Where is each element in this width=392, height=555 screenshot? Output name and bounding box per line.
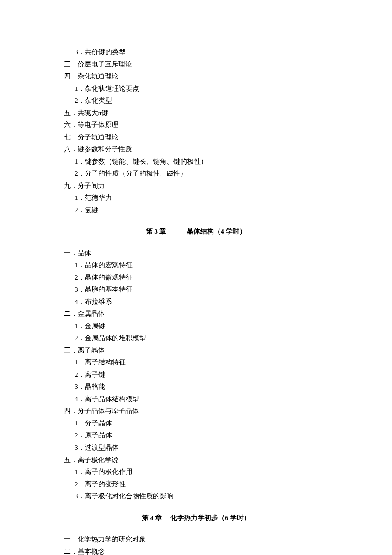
list-item: 2．离子的变形性 xyxy=(64,478,328,491)
title-number: 3 xyxy=(154,228,158,235)
list-item: 2．金属晶体的堆积模型 xyxy=(64,332,328,344)
document-page: 3．共价键的类型 三．价层电子互斥理论 四．杂化轨道理论 1．杂化轨道理论要点 … xyxy=(0,0,328,555)
list-item: 1．分子晶体 xyxy=(64,417,328,430)
list-item: 3．过渡型晶体 xyxy=(64,442,328,454)
list-item: 1．金属键 xyxy=(64,320,328,332)
list-item: 2．晶体的微观特征 xyxy=(64,272,328,284)
list-item: 二．金属晶体 xyxy=(64,308,328,320)
list-item: 一．晶体 xyxy=(64,247,328,260)
list-item: 六．等电子体原理 xyxy=(64,119,328,131)
list-item: 3．共价键的类型 xyxy=(64,46,328,58)
title-number: 4 xyxy=(150,514,153,521)
list-item: 四．分子晶体与原子晶体 xyxy=(64,405,328,417)
list-item: 1．杂化轨道理论要点 xyxy=(64,83,328,95)
list-item: 1．离子结构特征 xyxy=(64,356,328,369)
title-mid: 章 化学热力学初步（ xyxy=(153,514,225,521)
list-item: 七．分子轨道理论 xyxy=(64,131,328,144)
list-item: 一．化学热力学的研究对象 xyxy=(64,533,328,546)
list-item: 八．键参数和分子性质 xyxy=(64,143,328,156)
list-item: 2．杂化类型 xyxy=(64,95,328,107)
list-item: 2．离子键 xyxy=(64,369,328,381)
list-item: 3．离子极化对化合物性质的影响 xyxy=(64,490,328,503)
title-mid: 章 晶体结构（ xyxy=(158,228,221,235)
list-item: 3．晶格能 xyxy=(64,381,328,393)
title-hours: 4 xyxy=(221,228,224,235)
list-item: 三．离子晶体 xyxy=(64,344,328,357)
title-suffix: 学时） xyxy=(228,514,251,521)
list-item: 2．原子晶体 xyxy=(64,429,328,442)
list-item: 2．氢键 xyxy=(64,204,328,217)
list-item: 1．范德华力 xyxy=(64,192,328,204)
title-suffix: 学时） xyxy=(224,228,246,235)
list-item: 二．基本概念 xyxy=(64,546,328,555)
list-item: 五．共轭大π键 xyxy=(64,107,328,119)
title-prefix: 第 xyxy=(142,514,150,521)
list-item: 2．分子的性质（分子的极性、磁性） xyxy=(64,168,328,180)
list-item: 三．价层电子互斥理论 xyxy=(64,58,328,71)
list-item: 1．晶体的宏观特征 xyxy=(64,259,328,272)
list-item: 4．布拉维系 xyxy=(64,296,328,308)
list-item: 1．离子的极化作用 xyxy=(64,466,328,478)
list-item: 1．键参数（键能、键长、键角、键的极性） xyxy=(64,156,328,168)
list-item: 九．分子间力 xyxy=(64,180,328,192)
title-prefix: 第 xyxy=(146,228,154,235)
chapter-3-title: 第 3 章 晶体结构（4 学时） xyxy=(64,225,328,238)
chapter-4-title: 第 4 章 化学热力学初步（6 学时） xyxy=(64,512,328,524)
list-item: 4．离子晶体结构模型 xyxy=(64,393,328,405)
list-item: 3．晶胞的基本特征 xyxy=(64,283,328,296)
list-item: 五．离子极化学说 xyxy=(64,454,328,466)
title-hours: 6 xyxy=(225,514,228,521)
list-item: 四．杂化轨道理论 xyxy=(64,70,328,83)
